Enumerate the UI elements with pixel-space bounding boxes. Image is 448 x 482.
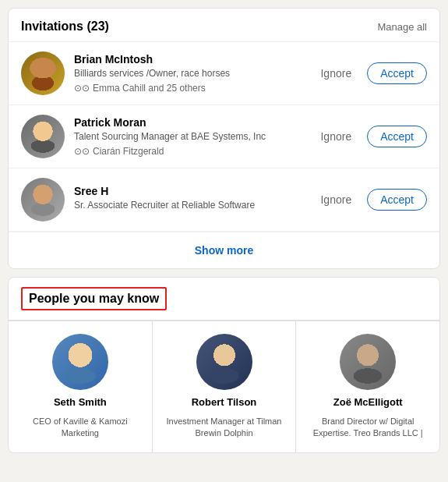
invitation-actions-sree: Ignore Accept <box>314 189 427 211</box>
invitation-name-sree: Sree H <box>74 185 305 197</box>
invitation-title-sree: Sr. Associate Recruiter at Reliable Soft… <box>74 199 305 212</box>
invitation-title-patrick: Talent Sourcing Manager at BAE Systems, … <box>74 130 305 144</box>
invitation-actions-brian: Ignore Accept <box>314 62 427 84</box>
accept-button-brian[interactable]: Accept <box>367 62 427 84</box>
invitation-info-sree: Sree H Sr. Associate Recruiter at Reliab… <box>74 185 305 215</box>
pymk-person-seth[interactable]: Seth Smith CEO of Kaville & Kamozi Marke… <box>9 321 153 452</box>
pymk-person-zoe[interactable]: Zoë McElligott Brand Director w/ Digital… <box>296 321 439 452</box>
pymk-avatar-robert <box>196 334 252 390</box>
invitation-name-patrick: Patrick Moran <box>74 116 305 129</box>
pymk-name-zoe: Zoë McElligott <box>333 396 403 409</box>
invitations-title: Invitations (23) <box>21 19 109 34</box>
accept-button-patrick[interactable]: Accept <box>367 126 427 147</box>
connection-icon: ⊙⊙ <box>74 83 90 94</box>
invitation-title-brian: Billiards services /Owner, race horses <box>74 67 305 80</box>
ignore-button-brian[interactable]: Ignore <box>314 64 358 83</box>
invitations-card: Invitations (23) Manage all Brian McInto… <box>8 8 440 269</box>
mutual-connection-brian: ⊙⊙ Emma Cahill and 25 others <box>74 83 305 94</box>
pymk-grid: Seth Smith CEO of Kaville & Kamozi Marke… <box>9 321 439 452</box>
invitations-header: Invitations (23) Manage all <box>9 9 439 42</box>
pymk-role-zoe: Brand Director w/ Digital Expertise. Tre… <box>305 416 430 440</box>
invitation-item-brian: Brian McIntosh Billiards services /Owner… <box>9 42 439 105</box>
ignore-button-patrick[interactable]: Ignore <box>314 127 358 146</box>
invitation-info-patrick: Patrick Moran Talent Sourcing Manager at… <box>74 116 305 158</box>
pymk-name-seth: Seth Smith <box>54 396 107 409</box>
pymk-role-robert: Investment Manager at Tilman Brewin Dolp… <box>162 416 287 440</box>
invitation-item-sree: Sree H Sr. Associate Recruiter at Reliab… <box>9 168 439 232</box>
pymk-title: People you may know <box>21 287 167 310</box>
pymk-avatar-zoe <box>340 334 396 390</box>
mutual-connection-patrick: ⊙⊙ Ciarán Fitzgerald <box>74 146 305 157</box>
pymk-card: People you may know Seth Smith CEO of Ka… <box>8 277 440 453</box>
invitation-actions-patrick: Ignore Accept <box>314 126 427 147</box>
avatar-patrick <box>21 115 65 158</box>
pymk-role-seth: CEO of Kaville & Kamozi Marketing <box>18 416 143 440</box>
accept-button-sree[interactable]: Accept <box>367 189 427 211</box>
pymk-avatar-seth <box>52 334 108 390</box>
manage-all-link[interactable]: Manage all <box>377 21 427 33</box>
show-more-section: Show more <box>9 232 439 268</box>
pymk-name-robert: Robert Tilson <box>192 396 257 409</box>
ignore-button-sree[interactable]: Ignore <box>314 190 358 209</box>
invitation-info-brian: Brian McIntosh Billiards services /Owner… <box>74 53 305 94</box>
invitation-item-patrick: Patrick Moran Talent Sourcing Manager at… <box>9 105 439 168</box>
show-more-button[interactable]: Show more <box>195 244 253 257</box>
connection-icon-patrick: ⊙⊙ <box>74 146 90 157</box>
pymk-person-robert[interactable]: Robert Tilson Investment Manager at Tilm… <box>153 321 297 452</box>
invitation-name-brian: Brian McIntosh <box>74 53 305 66</box>
pymk-header: People you may know <box>9 278 439 321</box>
avatar-sree <box>21 178 65 222</box>
avatar-brian <box>21 51 65 95</box>
